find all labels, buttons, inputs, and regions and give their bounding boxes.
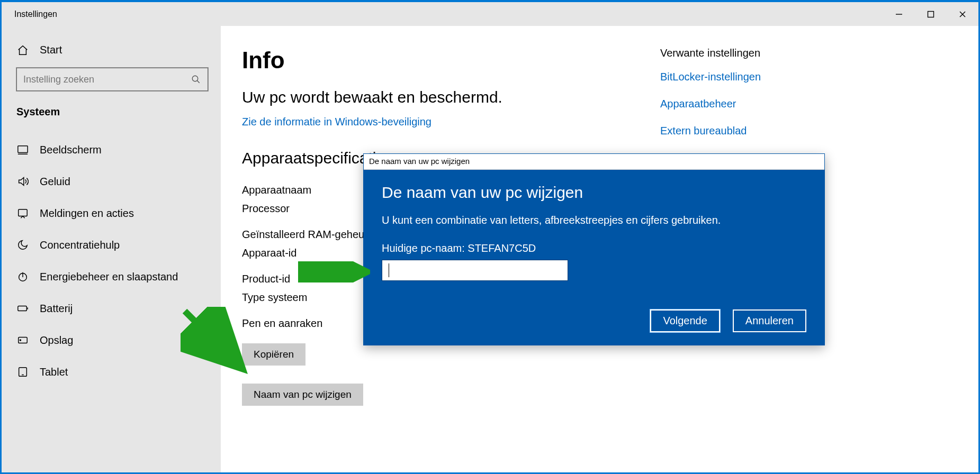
sidebar-item-label: Concentratiehulp xyxy=(40,239,120,251)
search-input[interactable] xyxy=(23,74,191,85)
sidebar-item-battery[interactable]: Batterij xyxy=(2,293,221,324)
text-cursor-icon xyxy=(389,263,389,277)
sidebar-item-label: Opslag xyxy=(40,334,73,347)
rename-pc-dialog: De naam van uw pc wijzigen De naam van u… xyxy=(363,153,825,345)
sidebar-item-label: Beeldscherm xyxy=(40,144,102,156)
search-icon xyxy=(191,75,201,84)
sidebar-home-label: Start xyxy=(40,44,62,56)
protection-heading: Uw pc wordt bewaakt en beschermd. xyxy=(242,88,644,106)
minimize-button[interactable] xyxy=(883,2,915,26)
svg-point-14 xyxy=(20,340,21,341)
sidebar-category: Systeem xyxy=(2,103,221,134)
sidebar-item-notifications[interactable]: Meldingen en acties xyxy=(2,197,221,229)
battery-icon xyxy=(16,303,29,314)
rename-pc-button[interactable]: Naam van pc wijzigen xyxy=(242,384,363,406)
dialog-titlebar: De naam van uw pc wijzigen xyxy=(364,154,824,170)
svg-point-4 xyxy=(192,76,198,81)
sidebar-item-storage[interactable]: Opslag xyxy=(2,324,221,356)
sound-icon xyxy=(16,176,29,187)
close-button[interactable] xyxy=(947,2,978,26)
tablet-icon xyxy=(16,366,29,378)
notifications-icon xyxy=(16,207,29,219)
sidebar-item-sound[interactable]: Geluid xyxy=(2,166,221,197)
pc-name-input[interactable] xyxy=(382,260,568,281)
related-link-bitlocker[interactable]: BitLocker-instellingen xyxy=(660,71,819,83)
sidebar-item-display[interactable]: Beeldscherm xyxy=(2,134,221,166)
power-icon xyxy=(16,271,29,282)
sidebar-item-focus-assist[interactable]: Concentratiehulp xyxy=(2,229,221,261)
sidebar-item-label: Energiebeheer en slaapstand xyxy=(40,271,178,283)
dialog-heading: De naam van uw pc wijzigen xyxy=(382,184,806,202)
sidebar-item-tablet[interactable]: Tablet xyxy=(2,356,221,388)
display-icon xyxy=(16,144,29,156)
sidebar-item-label: Meldingen en acties xyxy=(40,207,134,220)
page-title: Info xyxy=(242,47,644,74)
dialog-next-button[interactable]: Volgende xyxy=(650,309,720,332)
sidebar-item-label: Batterij xyxy=(40,303,73,315)
maximize-button[interactable] xyxy=(915,2,947,26)
window-title: Instellingen xyxy=(14,10,57,19)
svg-rect-11 xyxy=(18,306,27,311)
moon-icon xyxy=(16,239,29,251)
sidebar-item-label: Geluid xyxy=(40,176,70,188)
home-icon xyxy=(16,44,29,56)
related-link-remote-desktop[interactable]: Extern bureaublad xyxy=(660,125,819,137)
dialog-current-name-label: Huidige pc-naam: STEFAN7C5D xyxy=(382,242,806,254)
sidebar-home[interactable]: Start xyxy=(2,38,221,62)
related-link-device-manager[interactable]: Apparaatbeheer xyxy=(660,98,819,110)
svg-rect-8 xyxy=(19,209,28,216)
sidebar: Start Systeem Beeldscherm xyxy=(2,26,221,472)
svg-rect-6 xyxy=(18,146,28,153)
sidebar-item-power[interactable]: Energiebeheer en slaapstand xyxy=(2,261,221,293)
window-titlebar: Instellingen xyxy=(2,2,978,26)
svg-line-5 xyxy=(197,80,200,83)
search-box[interactable] xyxy=(16,68,208,91)
svg-rect-1 xyxy=(928,11,934,17)
copy-button[interactable]: Kopiëren xyxy=(242,343,305,366)
storage-icon xyxy=(16,334,29,346)
dialog-description: U kunt een combinatie van letters, afbre… xyxy=(382,214,806,226)
security-link[interactable]: Zie de informatie in Windows-beveiliging xyxy=(242,116,644,128)
sidebar-item-label: Tablet xyxy=(40,366,68,378)
related-heading: Verwante instellingen xyxy=(660,47,819,59)
dialog-cancel-button[interactable]: Annuleren xyxy=(733,309,806,332)
